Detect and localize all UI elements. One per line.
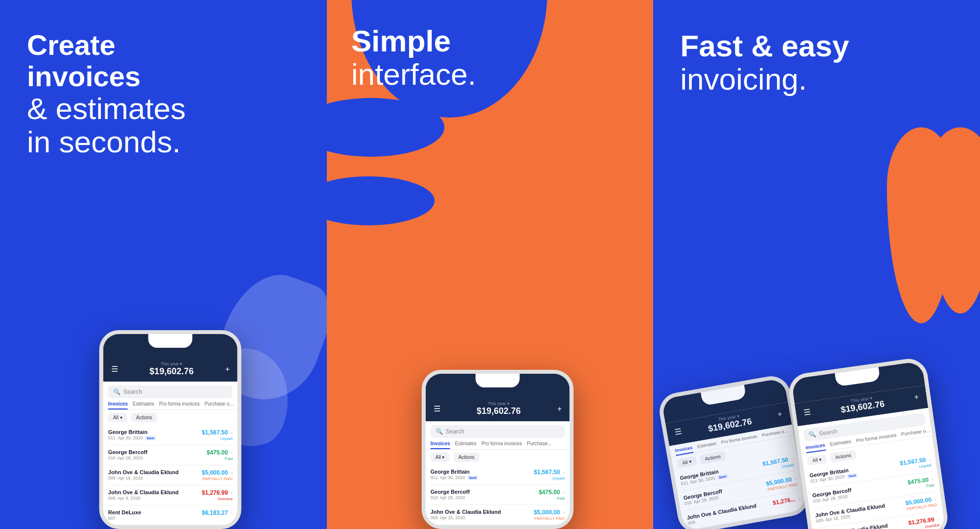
actions-button-3[interactable]: Actions xyxy=(830,450,857,462)
menu-icon-3[interactable]: ☰ xyxy=(803,407,811,417)
invoice-item[interactable]: John Ove & Claudia Eklund 009 Apr 16, 20… xyxy=(108,465,233,485)
invoice-date: Apr 30, 2020 xyxy=(440,475,466,480)
invoice-num: 010 xyxy=(431,495,438,500)
panel-1-text: Createinvoices & estimatesin seconds. xyxy=(27,29,186,159)
panel-3-heading-bold: Fast & easy xyxy=(680,29,849,63)
search-icon: 🔍 xyxy=(113,388,121,395)
invoice-item[interactable]: George Bercoff 010 Apr 28, 2020 $475.00 … xyxy=(108,445,233,465)
tab-proforma[interactable]: Pro forma invoices xyxy=(159,401,200,409)
invoice-amount: $475.00 › xyxy=(539,489,564,496)
invoice-date: Apr 16, 2020 xyxy=(118,476,143,481)
panel-2-phone-wrapper: ☰ This year ▾ $19,602.76 + 🔍 Search Invo… xyxy=(422,370,574,529)
panel-1: Createinvoices & estimatesin seconds. ☰ … xyxy=(0,0,327,529)
tab-purchase-2[interactable]: Purchase... xyxy=(527,441,552,449)
plus-icon[interactable]: + xyxy=(225,365,229,374)
search-label-2: Search xyxy=(446,428,465,435)
blue-blob-low xyxy=(327,176,435,225)
invoice-status: PARTIALLY PAID xyxy=(202,477,233,481)
invoice-amount: $5,000.00 › xyxy=(534,509,564,516)
invoice-status: Unpaid xyxy=(534,476,564,481)
total-amount-2: $19,602.76 xyxy=(477,406,521,416)
invoice-num: 008 xyxy=(108,496,116,501)
filter-row: All ▾ Actions xyxy=(103,410,238,425)
invoice-num: 011 xyxy=(108,435,116,440)
search-icon-2: 🔍 xyxy=(436,428,443,435)
notch-3b xyxy=(701,385,746,406)
panel-1-phone-wrapper: ☰ This year ▾ $19,602.76 + 🔍 Search Invo… xyxy=(99,330,242,529)
client-name: John Ove & Claudia Eklund xyxy=(108,469,179,475)
invoice-status: Overdue xyxy=(202,497,233,501)
panel-2-heading-bold: Simple xyxy=(351,24,476,58)
tab-estimates-2[interactable]: Estimates xyxy=(455,441,477,449)
panel-1-heading-bold: Createinvoices xyxy=(27,29,186,92)
invoice-num: 009 xyxy=(431,515,438,520)
invoice-date: Apr 15, 2020 xyxy=(440,515,466,520)
tab-purchase[interactable]: Purchase o... xyxy=(205,401,234,409)
menu-icon[interactable]: ☰ xyxy=(111,364,118,374)
filter-btn-3b: All ▾ xyxy=(677,456,697,468)
tab-invoices-2[interactable]: Invoices xyxy=(431,441,450,449)
invoice-amount: $1,276.99 › xyxy=(202,489,233,496)
plus-icon-3[interactable]: + xyxy=(913,392,919,402)
plus-icon-2[interactable]: + xyxy=(557,405,562,413)
invoice-status: Unpaid xyxy=(202,436,233,441)
panel-3-phone-front: ☰ This year ▾ $19,602.76 + 🔍 Search Invo… xyxy=(786,357,950,529)
invoice-num: 009 xyxy=(108,476,116,481)
phone-tabs-2: Invoices Estimates Pro forma invoices Pu… xyxy=(426,438,570,450)
client-name: Rent DeLuxe xyxy=(108,509,141,515)
plus-icon-3b: + xyxy=(777,409,783,419)
client-name: John Ove & Claudia Eklund xyxy=(431,509,501,515)
panel-1-heading-normal: & estimatesin seconds. xyxy=(27,92,186,159)
notch-2 xyxy=(476,374,520,387)
search-bar[interactable]: 🔍 Search xyxy=(108,385,233,398)
invoice-item[interactable]: George Brittain 011 Apr 30, 2020 Sent $1… xyxy=(431,465,565,485)
invoice-amount: $1,567.50 › xyxy=(202,429,233,436)
invoice-amount: $475.00 › xyxy=(207,449,233,456)
filter-row-2: All ▾ Actions xyxy=(426,450,570,465)
this-year-label: This year ▾ xyxy=(149,361,194,366)
phone-mockup-2: ☰ This year ▾ $19,602.76 + 🔍 Search Invo… xyxy=(422,370,574,529)
invoice-date: Apr 30, 2020 xyxy=(118,435,143,440)
phone-mockup-3: ☰ This year ▾ $19,602.76 + 🔍 Search Invo… xyxy=(786,357,950,529)
client-name: George Brittain xyxy=(431,469,479,475)
actions-button[interactable]: Actions xyxy=(131,413,157,422)
menu-icon-3b: ☰ xyxy=(674,427,683,437)
menu-icon-2[interactable]: ☰ xyxy=(434,404,441,413)
panel-2: Simple interface. ☰ This year ▾ $19,602.… xyxy=(327,0,654,529)
filter-all-button-2[interactable]: All ▾ xyxy=(431,453,450,462)
panel-2-heading-normal: interface. xyxy=(351,58,476,91)
tab-estimates[interactable]: Estimates xyxy=(133,401,154,409)
invoice-status: Paid xyxy=(207,457,233,461)
notch-bar xyxy=(103,334,238,359)
panel-2-text: Simple interface. xyxy=(351,24,476,91)
actions-button-2[interactable]: Actions xyxy=(453,453,479,462)
invoice-item[interactable]: John Ove & Claudia Eklund 008 Apr 9, 202… xyxy=(108,485,233,505)
search-bar-2[interactable]: 🔍 Search xyxy=(431,425,565,438)
invoice-item[interactable]: George Brittain 011 Apr 30, 2020 Sent $1… xyxy=(108,425,233,445)
tab-proforma-2[interactable]: Pro forma invoices xyxy=(481,441,522,449)
filter-all-button[interactable]: All ▾ xyxy=(108,413,127,422)
client-name: George Bercoff xyxy=(431,489,470,495)
invoice-date: Apr 28, 2020 xyxy=(440,495,466,500)
client-name: George Bercoff xyxy=(108,449,147,455)
phone-mockup-3b: ☰ This year ▾ $19,602.76 + Invoices Esti… xyxy=(657,373,811,529)
notch-bar-2 xyxy=(426,374,570,398)
invoice-num: 010 xyxy=(108,456,116,460)
total-amount: $19,602.76 xyxy=(149,366,194,377)
invoice-list-2: George Brittain 011 Apr 30, 2020 Sent $1… xyxy=(426,465,570,525)
invoice-item[interactable]: George Bercoff 010 Apr 28, 2020 $475.00 … xyxy=(431,485,565,505)
invoice-item[interactable]: Rent DeLuxe 007 $6,183.27 › xyxy=(108,505,233,525)
panel-3-heading-normal: invoicing. xyxy=(680,63,849,96)
search-label: Search xyxy=(123,388,142,395)
actions-btn-3b: Actions xyxy=(699,451,726,464)
filter-all-button-3[interactable]: All ▾ xyxy=(807,454,827,466)
notch xyxy=(148,334,193,348)
panel-3-text: Fast & easy invoicing. xyxy=(680,29,849,96)
invoice-item[interactable]: John Ove & Claudia Eklund 009 Apr 15, 20… xyxy=(431,505,565,525)
invoice-date: Apr 28, 2020 xyxy=(118,456,143,460)
phone-mockup-1: ☰ This year ▾ $19,602.76 + 🔍 Search Invo… xyxy=(99,330,242,529)
invoice-status: PARTIALLY PAID xyxy=(534,516,564,521)
notch-3 xyxy=(834,367,880,386)
invoice-amount: $1,567.50 › xyxy=(534,469,564,476)
tab-invoices[interactable]: Invoices xyxy=(108,401,128,409)
